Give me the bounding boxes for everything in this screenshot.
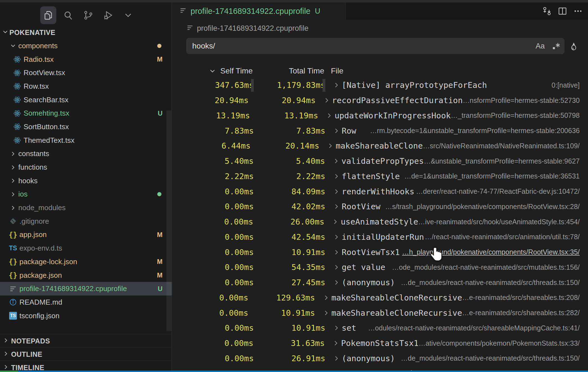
- expand-chevron-right-icon[interactable]: [326, 112, 333, 119]
- column-header-total-time[interactable]: Total Time: [253, 67, 324, 75]
- match-case-button[interactable]: Aa: [533, 42, 548, 50]
- tree-item-themedtext-tsx[interactable]: ThemedText.tsx: [0, 134, 172, 147]
- expand-chevron-right-icon[interactable]: [333, 128, 340, 134]
- profile-row-recordpassiveeffectduration[interactable]: 20.94ms20.94msrecordPassiveEffectDuratio…: [172, 93, 588, 108]
- tree-item-functions[interactable]: functions: [0, 160, 172, 174]
- expand-chevron-right-icon[interactable]: [333, 325, 340, 331]
- tree-item-gitignore[interactable]: .gitignore: [0, 215, 172, 228]
- explorer-root-row[interactable]: POKENATIVE: [0, 26, 172, 39]
- regex-button[interactable]: [551, 42, 560, 50]
- file-location-link[interactable]: …ode_modules/react-native-reanimated/src…: [392, 263, 580, 271]
- file-location-link[interactable]: …derer/react-native-74-77/ReactFabric-de…: [416, 187, 580, 195]
- profile-row-updateworkinprogresshook[interactable]: 13.19ms13.19msupdateWorkInProgressHook…_…: [172, 108, 588, 123]
- tree-item-expo-env-d-ts[interactable]: TSexpo-env.d.ts: [0, 241, 172, 255]
- tree-item-package-json[interactable]: {}package.jsonM: [0, 269, 172, 282]
- file-location-link[interactable]: …e-reanimated/src/shareables.ts:208/: [462, 294, 580, 302]
- file-location-link[interactable]: …src/NativeReanimated/NativeReanimated.t…: [423, 142, 580, 150]
- file-location-link[interactable]: …/react-native-reanimated/src/animation/…: [425, 233, 580, 241]
- search-icon[interactable]: [60, 6, 76, 24]
- source-control-icon[interactable]: [80, 6, 96, 24]
- expand-chevron-right-icon[interactable]: [333, 249, 340, 256]
- file-location-link[interactable]: …odules/react-native-reanimated/src/shar…: [368, 324, 580, 332]
- expand-chevron-right-icon[interactable]: [332, 218, 339, 225]
- profile-row-renderwithhooks[interactable]: 0.00ms84.09msrenderWithHooks…derer/react…: [172, 184, 588, 199]
- more-actions-icon[interactable]: [570, 3, 586, 19]
- tree-item-sortbutton-tsx[interactable]: SortButton.tsx: [0, 120, 172, 134]
- sidebar-scrollbar[interactable]: [166, 111, 171, 331]
- file-location-link[interactable]: …ive-reanimated/src/hook/useAnimatedStyl…: [418, 218, 580, 226]
- run-debug-icon[interactable]: [100, 6, 116, 24]
- tree-item-somehting-tsx[interactable]: Somehting.tsxU: [0, 106, 172, 120]
- tab-cpuprofile[interactable]: profile-1741689314922.cpuprofile U: [172, 2, 346, 20]
- profile-row-initialupdaterrun[interactable]: 0.00ms42.54msinitialUpdaterRun…/react-na…: [172, 230, 588, 245]
- file-location-link[interactable]: 0:[native]: [552, 81, 580, 89]
- tree-item-profile-1741689314922-cpuprofile[interactable]: profile-1741689314922.cpuprofileU: [0, 282, 172, 295]
- explorer-icon[interactable]: [40, 6, 56, 24]
- profile-row-useanimatedstyle[interactable]: 0.00ms26.00msuseAnimatedStyle…ive-reanim…: [172, 214, 588, 230]
- tree-item-node-modules[interactable]: node_modules: [0, 201, 172, 215]
- expand-chevron-right-icon[interactable]: [323, 294, 330, 301]
- profile-row-rootviewtsx1[interactable]: 0.00ms10.91msRootViewTsx1…h_playground/p…: [172, 244, 588, 260]
- tree-item-constants[interactable]: constants: [0, 147, 172, 161]
- file-location-link[interactable]: …nsformProfile=hermes-stable:52730: [463, 96, 580, 105]
- file-location-link[interactable]: …de_modules/react-native-reanimated/src/…: [401, 354, 580, 362]
- file-location-link[interactable]: …de=1&unstable_transformProfile=hermes-s…: [404, 172, 580, 180]
- profile-row-row[interactable]: 7.83ms7.83msRow…rm.bytecode=1&unstable_t…: [172, 123, 588, 138]
- profile-row-makeshareableclonerecursive[interactable]: 0.00ms129.63msmakeShareableCloneRecursiv…: [172, 290, 588, 305]
- column-header-file[interactable]: File: [331, 67, 343, 75]
- column-header-self-time[interactable]: Self Time: [216, 67, 253, 75]
- tree-item-readme-md[interactable]: README.md: [0, 295, 172, 309]
- tree-item-row-tsx[interactable]: Row.tsx: [0, 80, 172, 93]
- expand-chevron-right-icon[interactable]: [333, 158, 340, 164]
- section-timeline[interactable]: TIMELINE: [0, 361, 171, 372]
- profile-row-set[interactable]: 0.00ms10.91msset…odules/react-native-rea…: [172, 320, 588, 336]
- expand-chevron-right-icon[interactable]: [327, 142, 334, 149]
- profile-row-get-value[interactable]: 0.00ms54.35msget value…ode_modules/react…: [172, 260, 588, 275]
- expand-chevron-right-icon[interactable]: [333, 173, 340, 180]
- expand-chevron-right-icon[interactable]: [333, 82, 340, 88]
- file-location-link[interactable]: …ative/components/pokemon/PokemonStats.t…: [419, 339, 580, 347]
- profile-row-makeshareableclone[interactable]: 6.44ms20.14msmakeShareableClone…src/Nati…: [172, 138, 588, 154]
- file-location-link[interactable]: …de_modules/react-native-reanimated/src/…: [401, 279, 580, 287]
- column-sash[interactable]: [251, 79, 254, 92]
- profile-row-rootview[interactable]: 0.00ms42.02msRootView…s/trash_playground…: [172, 199, 588, 214]
- split-editor-icon[interactable]: [555, 3, 570, 19]
- section-notepads[interactable]: NOTEPADS: [0, 334, 171, 348]
- filter-input[interactable]: hooks/ Aa: [186, 38, 564, 54]
- tree-item-hooks[interactable]: hooks: [0, 174, 172, 188]
- tree-item-tsconfig-json[interactable]: TStsconfig.json: [0, 309, 172, 323]
- file-location-link[interactable]: …&unstable_transformProfile=hermes-stabl…: [424, 157, 580, 165]
- expand-chevron-right-icon[interactable]: [323, 97, 331, 104]
- profile-row-validateproptypes[interactable]: 5.40ms5.40msvalidatePropTypes…&unstable_…: [172, 154, 588, 169]
- file-location-link[interactable]: …e-reanimated/src/shareables.ts:282/: [462, 309, 580, 317]
- section-outline[interactable]: OUTLINE: [0, 347, 171, 361]
- profile-row-pokemonstatstsx1[interactable]: 0.00ms31.63msPokemonStatsTsx1…ative/comp…: [172, 336, 588, 351]
- tree-item-rootview-tsx[interactable]: RootView.tsx: [0, 66, 172, 80]
- profile-row-anonymous[interactable]: 0.00ms27.45ms(anonymous)…de_modules/reac…: [172, 275, 588, 290]
- tree-item-ios[interactable]: ios: [0, 188, 172, 201]
- flame-graph-button[interactable]: [567, 40, 580, 53]
- file-location-link[interactable]: …rm.bytecode=1&unstable_transformProfile…: [370, 127, 580, 135]
- expand-chevron-right-icon[interactable]: [333, 340, 340, 346]
- file-location-link[interactable]: …h_playground/pokenative/components/Root…: [402, 248, 580, 256]
- profile-row-anonymous[interactable]: 0.00ms26.91ms(anonymous)…de_modules/reac…: [172, 351, 588, 366]
- sort-chevron-down-icon[interactable]: [209, 68, 216, 74]
- expand-chevron-right-icon[interactable]: [333, 188, 340, 195]
- column-sash[interactable]: [323, 79, 325, 92]
- expand-chevron-right-icon[interactable]: [333, 234, 340, 240]
- expand-chevron-right-icon[interactable]: [333, 203, 340, 210]
- expand-chevron-right-icon[interactable]: [333, 264, 340, 271]
- compare-changes-icon[interactable]: [539, 3, 555, 19]
- tree-item-radio-tsx[interactable]: Radio.tsxM: [0, 53, 172, 66]
- profile-row-native-arrayprototypeforeach[interactable]: 347.63ms1,179.83ms[Native] arrayPrototyp…: [172, 78, 588, 93]
- expand-chevron-right-icon[interactable]: [333, 279, 340, 286]
- file-location-link[interactable]: …s/trash_playground/pokenative/component…: [385, 203, 580, 211]
- tree-item-package-lock-json[interactable]: {}package-lock.jsonM: [0, 255, 172, 269]
- expand-chevron-right-icon[interactable]: [333, 355, 340, 362]
- breadcrumb[interactable]: profile-1741689314922.cpuprofile: [172, 20, 588, 37]
- expand-chevron-right-icon[interactable]: [323, 310, 330, 316]
- profile-row-flattenstyle[interactable]: 2.22ms2.22msflattenStyle…de=1&unstable_t…: [172, 169, 588, 184]
- profile-row-makeshareableclonerecursive[interactable]: 0.00ms10.91msmakeShareableCloneRecursive…: [172, 305, 588, 320]
- profile-row-executeonuiruntimesync[interactable]: 0.00ms26.91msexecuteOnUIRuntimeSync…tive…: [172, 366, 588, 371]
- tree-item-searchbar-tsx[interactable]: SearchBar.tsx: [0, 93, 172, 107]
